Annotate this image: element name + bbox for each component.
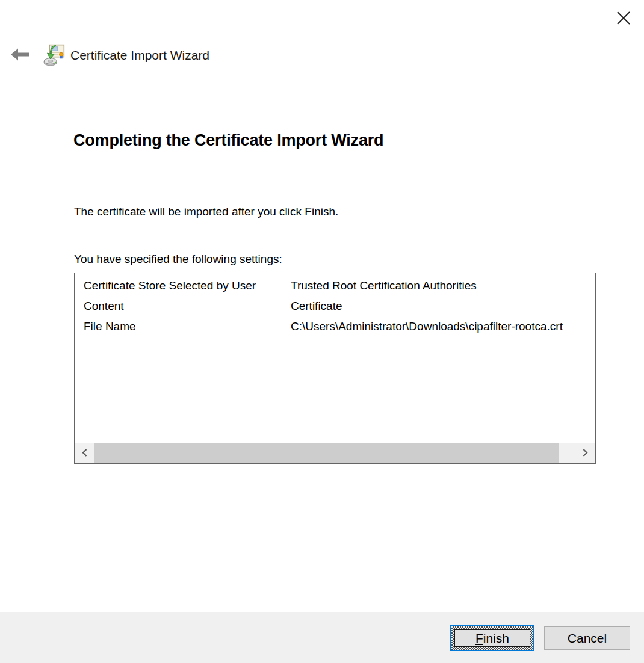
cancel-button[interactable]: Cancel (544, 626, 630, 650)
cancel-button-label: Cancel (568, 631, 607, 646)
scrollbar-track[interactable] (94, 443, 575, 463)
certificate-import-icon (43, 44, 66, 67)
setting-name: Certificate Store Selected by User (75, 279, 291, 292)
scroll-right-button[interactable] (575, 443, 595, 463)
settings-row-store[interactable]: Certificate Store Selected by User Trust… (75, 276, 595, 296)
close-icon (615, 10, 632, 28)
chevron-right-icon (582, 448, 589, 459)
setting-value: Certificate (291, 300, 595, 313)
horizontal-scrollbar (75, 443, 595, 463)
intro-text: The certificate will be imported after y… (74, 205, 338, 218)
settings-row-content[interactable]: Content Certificate (75, 296, 595, 316)
back-button[interactable] (8, 45, 31, 66)
settings-rows: Certificate Store Selected by User Trust… (75, 273, 595, 443)
window-title: Certificate Import Wizard (70, 48, 209, 63)
close-button[interactable] (611, 7, 636, 30)
setting-value: Trusted Root Certification Authorities (291, 279, 595, 292)
scroll-left-button[interactable] (75, 443, 94, 463)
finish-button-label: Finish (454, 629, 530, 647)
settings-listbox: Certificate Store Selected by User Trust… (74, 273, 596, 464)
settings-label: You have specified the following setting… (74, 253, 282, 266)
footer-bar: Finish Cancel (0, 612, 644, 663)
finish-button[interactable]: Finish (450, 625, 534, 651)
scrollbar-thumb[interactable] (94, 443, 559, 463)
back-arrow-icon (11, 47, 29, 64)
setting-name: Content (75, 300, 291, 313)
setting-name: File Name (75, 320, 291, 333)
settings-row-filename[interactable]: File Name C:\Users\Administrator\Downloa… (75, 316, 595, 337)
chevron-left-icon (81, 448, 88, 459)
page-heading: Completing the Certificate Import Wizard (73, 131, 383, 150)
setting-value: C:\Users\Administrator\Downloads\cipafil… (291, 320, 595, 333)
certificate-import-wizard-window: { "window": { "title": "Certificate Impo… (0, 0, 644, 663)
